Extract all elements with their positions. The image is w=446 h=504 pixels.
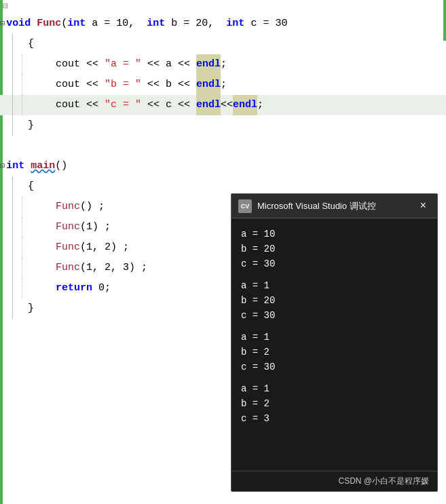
indent-m-vl1 [12, 197, 22, 217]
endl-c2: endl [233, 95, 257, 115]
console-group-2: a = 1 b = 20 c = 30 [241, 278, 428, 323]
func-call-1: Func [31, 197, 80, 217]
cout-b-text: cout << [31, 75, 105, 95]
endl-b: endl [196, 75, 221, 95]
console-line: b = 2 [241, 345, 428, 360]
space-main [24, 156, 31, 176]
indent-m-vl6 [22, 237, 31, 258]
console-line: c = 3 [241, 411, 428, 426]
return-val: 0; [92, 278, 111, 298]
indent-m-vl5 [12, 237, 22, 258]
console-body: a = 10 b = 20 c = 30 a = 1 b = 20 c = 30… [231, 218, 437, 471]
indent-vline-b2 [22, 75, 31, 95]
cout-c-line: cout << "c = " << c << endl << endl ; [0, 95, 446, 115]
console-line: a = 1 [241, 278, 428, 293]
console-line: b = 20 [241, 293, 428, 308]
int-kw-a: int [67, 14, 86, 34]
console-line: a = 10 [241, 227, 428, 241]
endl-c1: endl [196, 95, 221, 115]
main-signature-line: ⊟ int main () [0, 156, 446, 176]
console-line: a = 1 [241, 381, 428, 396]
code-editor: ⊟ ⊟ void Func ( int a = 10, int b = 20, … [0, 0, 446, 504]
func-call-3-args: (1, 2) ; [80, 237, 129, 258]
cout-c-var: << c << [141, 95, 196, 115]
console-popup: CV Microsoft Visual Studio 调试控 × a = 10 … [231, 193, 438, 492]
indent-main-1 [12, 176, 22, 197]
main-parens: () [55, 156, 67, 176]
param-a: a = 10, [86, 14, 147, 34]
func-brace-close: } [0, 115, 446, 136]
indent-m-vl10 [22, 278, 31, 298]
console-group-1: a = 10 b = 20 c = 30 [241, 227, 428, 271]
func-call-4-args: (1, 2, 3) ; [80, 258, 147, 278]
return-kw: return [31, 278, 92, 298]
cout-c-str: "c = " [105, 95, 141, 115]
func-collapse-btn[interactable]: ⊟ [0, 14, 5, 34]
semicolon-c: ; [257, 95, 263, 115]
cout-b-var: << b << [141, 75, 196, 95]
main-collapse-btn[interactable]: ⊟ [0, 156, 5, 176]
cout-a-text: cout << [31, 54, 105, 75]
main-close-brace: } [22, 298, 34, 319]
console-close-btn[interactable]: × [415, 199, 430, 214]
endl-a: endl [196, 54, 221, 75]
indent-vline-a1 [12, 54, 22, 75]
int-kw-main: int [6, 156, 24, 176]
semicolon-a: ; [221, 54, 227, 75]
indent-vline-cl [12, 115, 22, 136]
console-titlebar: CV Microsoft Visual Studio 调试控 × [231, 194, 437, 218]
indent-line-1 [12, 34, 22, 54]
partial-top-line: ⊟ [0, 0, 446, 14]
indent-m-vl3 [12, 217, 22, 237]
indent-vline-a2 [22, 54, 31, 75]
void-keyword: void [6, 14, 31, 34]
console-group-4: a = 1 b = 2 c = 3 [241, 381, 428, 426]
space1 [31, 14, 37, 34]
close-brace-func: } [22, 115, 34, 136]
indent-vline-b1 [12, 75, 22, 95]
main-open-brace: { [22, 176, 34, 197]
console-line: b = 20 [241, 241, 428, 256]
console-app-icon: CV [238, 199, 252, 213]
paren-open: ( [61, 14, 67, 34]
cout-a-var: << a << [141, 54, 196, 75]
indent-m-vl2 [22, 197, 31, 217]
func-call-2: Func [31, 217, 80, 237]
semicolon-b: ; [221, 75, 227, 95]
int-kw-c: int [226, 14, 244, 34]
func-call-3: Func [31, 237, 80, 258]
console-title-left: CV Microsoft Visual Studio 调试控 [238, 199, 376, 213]
console-line: c = 30 [241, 308, 428, 323]
indent-m-vl9 [12, 278, 22, 298]
console-footer-text: CSDN @小白不是程序媛 [338, 476, 429, 487]
func-call-2-args: (1) ; [80, 217, 111, 237]
indent-vline-c2 [22, 95, 31, 115]
indent-vline-c1 [12, 95, 22, 115]
indent-m-vl7 [12, 258, 22, 278]
param-c: c = 30 [244, 14, 287, 34]
main-fn-name: main [31, 156, 55, 176]
open-brace-func: { [22, 34, 34, 54]
console-line: a = 1 [241, 330, 428, 345]
console-group-3: a = 1 b = 2 c = 30 [241, 330, 428, 374]
cout-b-str: "b = " [105, 75, 141, 95]
console-line: b = 2 [241, 396, 428, 411]
console-footer: CSDN @小白不是程序媛 [231, 471, 437, 491]
blank-line [0, 136, 446, 156]
cout-c-op: << [221, 95, 233, 115]
func-brace-open: { [0, 34, 446, 54]
cout-c-text: cout << [31, 95, 105, 115]
console-line: c = 30 [241, 256, 428, 271]
console-line: c = 30 [241, 360, 428, 374]
func-name: Func [37, 14, 61, 34]
func-call-4: Func [31, 258, 80, 278]
indent-m-vl4 [22, 217, 31, 237]
func-call-1-args: () ; [80, 197, 105, 217]
cout-a-str: "a = " [105, 54, 141, 75]
indent-m-vl8 [22, 258, 31, 278]
indent-main-cl [12, 298, 22, 319]
cout-a-line: cout << "a = " << a << endl ; [0, 54, 446, 75]
cout-b-line: cout << "b = " << b << endl ; [0, 75, 446, 95]
console-title-text: Microsoft Visual Studio 调试控 [257, 200, 376, 212]
int-kw-b: int [147, 14, 165, 34]
